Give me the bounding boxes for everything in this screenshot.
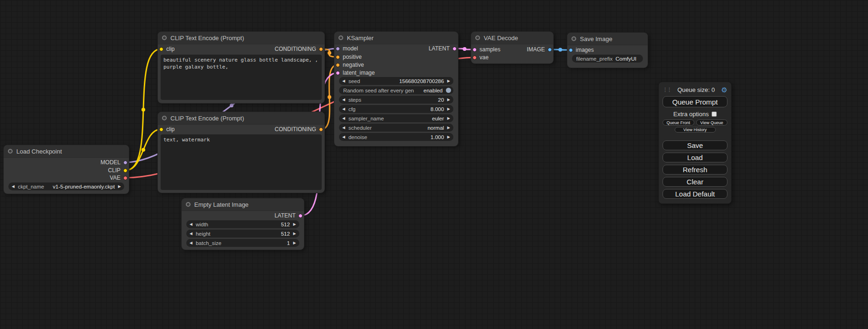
latent-image-input-port[interactable] bbox=[336, 71, 340, 75]
increment-arrow-icon[interactable]: ▶ bbox=[447, 79, 450, 83]
node-clip-text-encode-positive[interactable]: CLIP Text Encode (Prompt) clip CONDITION… bbox=[158, 32, 325, 103]
collapse-dot-icon[interactable] bbox=[475, 35, 480, 40]
width-widget[interactable]: ◀ width 512 ▶ bbox=[186, 220, 299, 228]
collapse-dot-icon[interactable] bbox=[162, 116, 167, 120]
increment-arrow-icon[interactable]: ▶ bbox=[447, 135, 450, 139]
node-clip-text-encode-negative[interactable]: CLIP Text Encode (Prompt) clip CONDITION… bbox=[158, 112, 325, 193]
vae-input-port[interactable] bbox=[473, 56, 477, 60]
increment-arrow-icon[interactable]: ▶ bbox=[293, 232, 296, 236]
collapse-dot-icon[interactable] bbox=[162, 35, 167, 40]
conditioning-output-port[interactable] bbox=[319, 47, 323, 51]
increment-arrow-icon[interactable]: ▶ bbox=[447, 126, 450, 130]
node-ksampler[interactable]: KSampler model LATENT positive negative bbox=[334, 32, 458, 146]
view-queue-button[interactable]: View Queue bbox=[696, 119, 728, 126]
increment-arrow-icon[interactable]: ▶ bbox=[447, 117, 450, 120]
decrement-arrow-icon[interactable]: ◀ bbox=[190, 223, 192, 226]
steps-widget[interactable]: ◀ steps 20 ▶ bbox=[339, 96, 453, 104]
latent-output-port[interactable] bbox=[452, 47, 457, 51]
latent-output-port[interactable] bbox=[298, 214, 303, 218]
queue-prompt-button[interactable]: Queue Prompt bbox=[663, 96, 727, 107]
model-output-port[interactable] bbox=[123, 161, 127, 165]
height-widget[interactable]: ◀ height 512 ▶ bbox=[186, 230, 299, 238]
load-default-button[interactable]: Load Default bbox=[663, 189, 727, 199]
prompt-textarea[interactable]: beautiful scenery nature glass bottle la… bbox=[161, 55, 322, 100]
increment-arrow-icon[interactable]: ▶ bbox=[293, 223, 296, 226]
node-title-bar[interactable]: Save Image bbox=[567, 33, 648, 45]
samples-input-port[interactable] bbox=[473, 48, 477, 52]
decrement-arrow-icon[interactable]: ◀ bbox=[342, 79, 345, 83]
decrement-arrow-icon[interactable]: ◀ bbox=[190, 241, 192, 245]
cfg-widget[interactable]: ◀ cfg 8.000 ▶ bbox=[339, 105, 453, 113]
collapse-dot-icon[interactable] bbox=[8, 149, 13, 154]
clear-button[interactable]: Clear bbox=[663, 177, 727, 187]
scheduler-widget[interactable]: ◀ scheduler normal ▶ bbox=[339, 124, 453, 132]
load-button[interactable]: Load bbox=[663, 153, 727, 162]
increment-arrow-icon[interactable]: ▶ bbox=[447, 107, 450, 111]
drag-handle-icon[interactable]: ⋮⋮ bbox=[663, 87, 671, 92]
collapse-dot-icon[interactable] bbox=[339, 35, 343, 40]
node-title-bar[interactable]: Load Checkpoint bbox=[4, 145, 129, 158]
node-title-bar[interactable]: CLIP Text Encode (Prompt) bbox=[158, 32, 325, 44]
node-title: CLIP Text Encode (Prompt) bbox=[170, 115, 244, 122]
sampler-name-widget[interactable]: ◀ sampler_name euler ▶ bbox=[339, 114, 453, 122]
slot-label: model bbox=[343, 45, 358, 52]
vae-output-port[interactable] bbox=[123, 176, 127, 180]
node-save-image[interactable]: Save Image images filename_prefix ComfyU… bbox=[567, 33, 648, 68]
widget-label: cfg bbox=[348, 106, 430, 112]
node-vae-decode[interactable]: VAE Decode samples IMAGE vae bbox=[471, 32, 553, 63]
toggle-knob-icon[interactable] bbox=[446, 88, 451, 93]
denoise-widget[interactable]: ◀ denoise 1.000 ▶ bbox=[339, 133, 453, 141]
increment-arrow-icon[interactable]: ▶ bbox=[293, 241, 296, 245]
seed-widget[interactable]: ◀ seed 156680208700286 ▶ bbox=[339, 77, 453, 85]
clip-input-port[interactable] bbox=[159, 47, 163, 51]
collapse-dot-icon[interactable] bbox=[572, 36, 576, 41]
widget-value: 8.000 bbox=[430, 106, 444, 112]
clip-input-port[interactable] bbox=[159, 127, 163, 132]
negative-input-port[interactable] bbox=[336, 63, 340, 67]
input-slot-images: images bbox=[567, 46, 648, 54]
image-output-port[interactable] bbox=[548, 48, 552, 52]
input-slot-vae: vae bbox=[471, 54, 553, 61]
widget-label: width bbox=[196, 222, 281, 227]
widget-value: 1 bbox=[287, 240, 289, 246]
increment-arrow-icon[interactable]: ▶ bbox=[118, 185, 121, 189]
model-input-port[interactable] bbox=[336, 47, 340, 51]
decrement-arrow-icon[interactable]: ◀ bbox=[342, 126, 345, 130]
view-history-button[interactable]: View History bbox=[675, 127, 716, 133]
batch-size-widget[interactable]: ◀ batch_size 1 ▶ bbox=[186, 239, 299, 247]
node-title-bar[interactable]: VAE Decode bbox=[471, 32, 553, 44]
decrement-arrow-icon[interactable]: ◀ bbox=[342, 135, 345, 139]
node-load-checkpoint[interactable]: Load Checkpoint MODEL CLIP VAE ◀ ckpt_na… bbox=[4, 145, 129, 194]
decrement-arrow-icon[interactable]: ◀ bbox=[190, 232, 192, 236]
clip-output-port[interactable] bbox=[123, 168, 127, 173]
extra-options-checkbox[interactable] bbox=[712, 112, 717, 117]
slot-row: clip CONDITIONING bbox=[158, 126, 325, 133]
node-title-bar[interactable]: Empty Latent Image bbox=[182, 198, 304, 211]
ckpt-name-widget[interactable]: ◀ ckpt_name v1-5-pruned-emaonly.ckpt ▶ bbox=[8, 182, 124, 190]
refresh-button[interactable]: Refresh bbox=[663, 165, 727, 175]
conditioning-output-port[interactable] bbox=[319, 127, 323, 132]
increment-arrow-icon[interactable]: ▶ bbox=[447, 98, 450, 102]
prompt-textarea[interactable]: text, watermark bbox=[161, 134, 322, 190]
settings-gear-icon[interactable]: ⚙ bbox=[721, 86, 727, 93]
slot-label: VAE bbox=[110, 175, 120, 181]
slot-row: samples IMAGE bbox=[471, 46, 553, 53]
save-button[interactable]: Save bbox=[663, 140, 727, 150]
seed-control-widget[interactable]: Random seed after every gen enabled bbox=[339, 86, 453, 94]
widget-label: scheduler bbox=[348, 125, 428, 131]
decrement-arrow-icon[interactable]: ◀ bbox=[342, 117, 345, 120]
node-graph-canvas[interactable]: Load Checkpoint MODEL CLIP VAE ◀ ckpt_na… bbox=[0, 0, 868, 329]
decrement-arrow-icon[interactable]: ◀ bbox=[12, 185, 14, 189]
images-input-port[interactable] bbox=[569, 48, 573, 52]
positive-input-port[interactable] bbox=[336, 55, 340, 59]
decrement-arrow-icon[interactable]: ◀ bbox=[342, 107, 345, 111]
node-empty-latent-image[interactable]: Empty Latent Image LATENT ◀ width 512 ▶ … bbox=[182, 198, 304, 250]
filename-prefix-widget[interactable]: filename_prefix ComfyUI bbox=[572, 55, 643, 63]
slot-label: images bbox=[576, 47, 594, 53]
node-title-bar[interactable]: KSampler bbox=[334, 32, 458, 44]
queue-front-button[interactable]: Queue Front bbox=[663, 119, 694, 126]
widget-label: ckpt_name bbox=[18, 184, 53, 189]
node-title-bar[interactable]: CLIP Text Encode (Prompt) bbox=[158, 112, 325, 125]
collapse-dot-icon[interactable] bbox=[186, 202, 191, 207]
decrement-arrow-icon[interactable]: ◀ bbox=[342, 98, 345, 102]
